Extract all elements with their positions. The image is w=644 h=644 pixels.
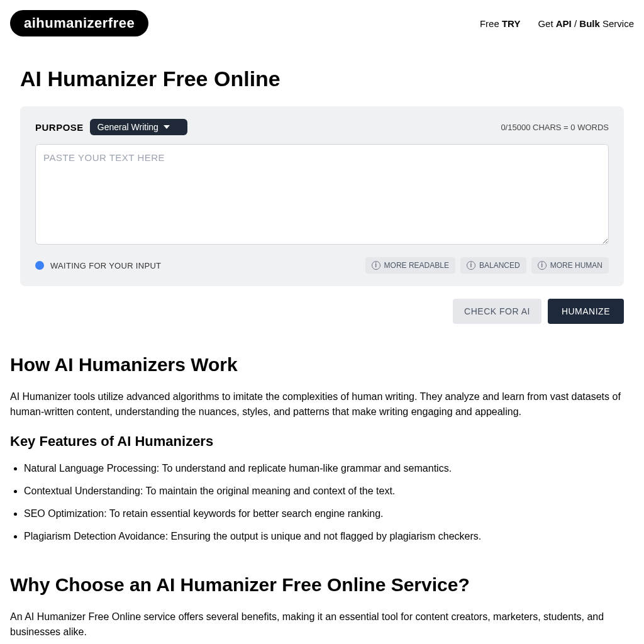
- nav: Free TRY Get API / Bulk Service: [480, 18, 634, 29]
- list-item: Natural Language Processing: To understa…: [24, 461, 634, 476]
- actions: CHECK FOR AI HUMANIZE: [20, 299, 624, 324]
- content: How AI Humanizers Work AI Humanizer tool…: [0, 354, 644, 640]
- header: aihumanizerfree Free TRY Get API / Bulk …: [0, 0, 644, 47]
- list-item: Plagiarism Detection Avoidance: Ensuring…: [24, 529, 634, 544]
- modes: iMORE READABLE iBALANCED iMORE HUMAN: [365, 257, 609, 274]
- paragraph: An AI Humanizer Free Online service offe…: [10, 609, 634, 640]
- mode-label: MORE READABLE: [384, 261, 449, 270]
- purpose-label: PURPOSE: [35, 122, 84, 133]
- panel-bottom: WAITING FOR YOUR INPUT iMORE READABLE iB…: [35, 257, 609, 274]
- main: AI Humanizer Free Online PURPOSE General…: [0, 67, 644, 324]
- mode-balanced[interactable]: iBALANCED: [460, 257, 526, 274]
- panel-top: PURPOSE General Writing 0/15000 CHARS = …: [35, 119, 609, 135]
- status: WAITING FOR YOUR INPUT: [35, 261, 161, 270]
- nav-text: Get: [538, 18, 555, 29]
- nav-api-bulk[interactable]: Get API / Bulk Service: [538, 18, 634, 29]
- status-dot-icon: [35, 261, 44, 270]
- section-how-it-works: How AI Humanizers Work: [10, 354, 634, 375]
- check-for-ai-button[interactable]: CHECK FOR AI: [453, 299, 541, 324]
- page-title: AI Humanizer Free Online: [20, 67, 624, 91]
- section-key-features: Key Features of AI Humanizers: [10, 433, 634, 450]
- humanize-button[interactable]: HUMANIZE: [548, 299, 624, 324]
- paragraph: AI Humanizer tools utilize advanced algo…: [10, 389, 634, 419]
- feature-list: Natural Language Processing: To understa…: [10, 461, 634, 544]
- mode-more-readable[interactable]: iMORE READABLE: [365, 257, 455, 274]
- purpose-wrap: PURPOSE General Writing: [35, 119, 187, 135]
- nav-text: Service: [600, 18, 634, 29]
- info-icon: i: [467, 261, 475, 270]
- purpose-value: General Writing: [97, 122, 158, 132]
- list-item: Contextual Understanding: To maintain th…: [24, 484, 634, 499]
- nav-text-bold: Bulk: [579, 18, 600, 29]
- nav-free-try[interactable]: Free TRY: [480, 18, 520, 29]
- info-icon: i: [372, 261, 380, 270]
- nav-text-bold: TRY: [502, 18, 520, 29]
- mode-label: MORE HUMAN: [550, 261, 602, 270]
- nav-text: Free: [480, 18, 502, 29]
- char-word-counter: 0/15000 CHARS = 0 WORDS: [501, 123, 609, 132]
- text-input[interactable]: [35, 144, 609, 245]
- list-item: SEO Optimization: To retain essential ke…: [24, 506, 634, 521]
- logo[interactable]: aihumanizerfree: [10, 10, 148, 36]
- nav-text: /: [572, 18, 580, 29]
- info-icon: i: [538, 261, 547, 270]
- mode-more-human[interactable]: iMORE HUMAN: [531, 257, 609, 274]
- mode-label: BALANCED: [479, 261, 520, 270]
- section-why-choose: Why Choose an AI Humanizer Free Online S…: [10, 574, 634, 596]
- purpose-select[interactable]: General Writing: [90, 119, 187, 135]
- editor-panel: PURPOSE General Writing 0/15000 CHARS = …: [20, 106, 624, 286]
- status-text: WAITING FOR YOUR INPUT: [50, 261, 161, 270]
- nav-text-bold: API: [556, 18, 572, 29]
